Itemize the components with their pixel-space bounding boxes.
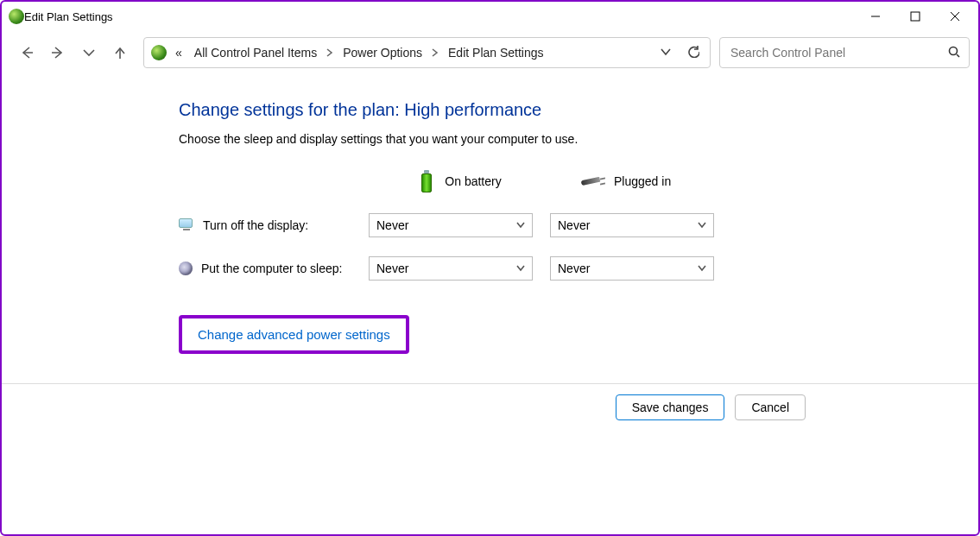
nav-arrows bbox=[12, 43, 135, 62]
chevron-down-icon bbox=[516, 218, 525, 232]
select-value: Never bbox=[376, 218, 516, 232]
svg-line-8 bbox=[957, 54, 959, 57]
chevron-right-icon bbox=[431, 48, 439, 57]
refresh-button[interactable] bbox=[687, 46, 699, 60]
minimize-icon bbox=[870, 11, 881, 22]
up-button[interactable] bbox=[111, 43, 130, 62]
address-bar[interactable]: « All Control Panel Items Power Options … bbox=[143, 37, 711, 68]
row-turn-off-display: Turn off the display: bbox=[179, 218, 369, 232]
column-label: On battery bbox=[445, 174, 501, 188]
search-icon bbox=[948, 46, 960, 60]
arrow-up-icon bbox=[113, 46, 127, 60]
forward-button[interactable] bbox=[48, 43, 67, 62]
row-label: Turn off the display: bbox=[203, 218, 308, 232]
change-advanced-power-settings-link[interactable]: Change advanced power settings bbox=[179, 315, 409, 354]
chevron-down-icon bbox=[698, 262, 706, 275]
select-value: Never bbox=[376, 262, 516, 275]
row-label: Put the computer to sleep: bbox=[201, 262, 342, 275]
chevron-right-icon bbox=[326, 48, 334, 57]
breadcrumb-item[interactable]: Edit Plan Settings bbox=[445, 44, 547, 61]
display-battery-select[interactable]: Never bbox=[369, 213, 533, 237]
maximize-button[interactable] bbox=[895, 3, 935, 29]
select-value: Never bbox=[558, 218, 698, 232]
select-value: Never bbox=[558, 262, 698, 275]
chevron-down-icon bbox=[516, 262, 525, 275]
page-subtext: Choose the sleep and display settings th… bbox=[179, 132, 978, 146]
maximize-icon bbox=[910, 11, 920, 22]
refresh-icon bbox=[687, 46, 699, 58]
sleep-icon bbox=[179, 262, 193, 275]
main-content: Change settings for the plan: High perfo… bbox=[2, 71, 978, 354]
search-input[interactable] bbox=[729, 45, 948, 60]
history-dropdown-button[interactable] bbox=[79, 43, 98, 62]
column-on-battery: On battery bbox=[369, 168, 550, 194]
breadcrumb-item[interactable]: All Control Panel Items bbox=[191, 44, 320, 61]
app-icon bbox=[9, 9, 24, 24]
close-button[interactable] bbox=[935, 3, 975, 29]
control-panel-icon bbox=[151, 45, 167, 60]
title-bar: Edit Plan Settings bbox=[2, 2, 978, 31]
svg-point-7 bbox=[950, 47, 958, 54]
chevron-down-icon bbox=[82, 46, 96, 60]
close-icon bbox=[950, 11, 960, 22]
save-changes-button[interactable]: Save changes bbox=[616, 394, 725, 420]
svg-rect-1 bbox=[911, 12, 920, 21]
window-title: Edit Plan Settings bbox=[24, 10, 113, 23]
chevron-down-icon bbox=[698, 218, 706, 232]
breadcrumb-item[interactable]: Power Options bbox=[339, 44, 426, 61]
arrow-left-icon bbox=[20, 46, 34, 60]
display-icon bbox=[179, 218, 194, 232]
address-dropdown-button[interactable] bbox=[660, 46, 672, 60]
chevron-down-icon bbox=[660, 46, 672, 58]
minimize-button[interactable] bbox=[856, 3, 895, 29]
back-button[interactable] bbox=[17, 43, 36, 62]
display-plugged-select[interactable]: Never bbox=[550, 213, 714, 237]
plug-icon bbox=[576, 173, 605, 190]
arrow-right-icon bbox=[51, 46, 65, 60]
search-box[interactable] bbox=[719, 37, 970, 68]
nav-row: « All Control Panel Items Power Options … bbox=[2, 35, 978, 71]
sleep-plugged-select[interactable]: Never bbox=[550, 256, 714, 281]
footer-bar: Save changes Cancel bbox=[2, 383, 978, 430]
row-sleep: Put the computer to sleep: bbox=[179, 262, 369, 275]
page-heading: Change settings for the plan: High perfo… bbox=[179, 100, 978, 120]
cancel-button[interactable]: Cancel bbox=[735, 394, 806, 420]
column-label: Plugged in bbox=[614, 174, 671, 188]
settings-grid: On battery Plugged in Turn off the displ… bbox=[179, 168, 978, 281]
breadcrumb-prefix: « bbox=[172, 44, 186, 61]
battery-icon bbox=[417, 168, 436, 194]
sleep-battery-select[interactable]: Never bbox=[369, 256, 533, 281]
column-plugged-in: Plugged in bbox=[550, 173, 731, 190]
